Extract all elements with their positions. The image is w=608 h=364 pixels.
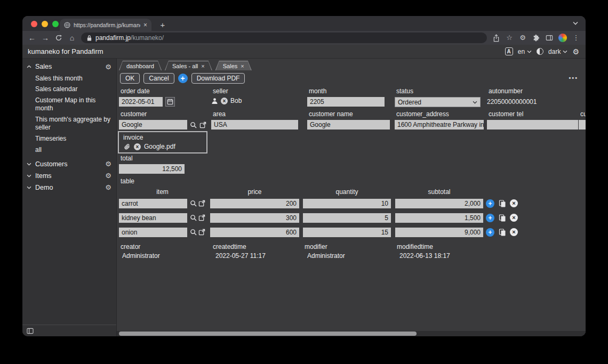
extensions-puzzle-icon[interactable] <box>532 34 540 42</box>
status-select[interactable]: Ordered <box>395 97 481 107</box>
lookup-search-icon[interactable] <box>190 200 197 207</box>
add-record-button[interactable]: + <box>178 74 188 83</box>
copy-row-icon[interactable] <box>499 200 506 207</box>
table-label: table <box>121 177 134 185</box>
add-row-button[interactable]: + <box>486 199 494 208</box>
add-row-button[interactable]: + <box>486 214 494 222</box>
sidebar-section-sales[interactable]: Sales ⚙ <box>22 61 116 72</box>
area-input[interactable]: USA <box>211 120 298 130</box>
price-input[interactable]: 200 <box>210 199 299 208</box>
section-gear-icon[interactable]: ⚙ <box>105 160 111 168</box>
home-icon[interactable]: ⌂ <box>68 34 76 42</box>
tab-close-icon[interactable]: × <box>241 63 244 69</box>
tab-search-chevron-down-icon[interactable] <box>573 18 578 27</box>
lookup-search-icon[interactable] <box>190 214 197 221</box>
address-bar[interactable]: pandafirm.jp/kumaneko/ <box>81 33 487 43</box>
order-date-group: order date 2022-05-01 <box>119 87 175 107</box>
back-icon[interactable]: ← <box>28 34 36 42</box>
quantity-input[interactable]: 5 <box>303 213 391 223</box>
sidebar-section-items[interactable]: Items ⚙ <box>22 170 116 182</box>
section-label: Sales <box>35 63 101 70</box>
price-input[interactable]: 300 <box>210 213 299 223</box>
truncated-column-input[interactable] <box>579 120 586 130</box>
sidebar-item-all[interactable]: all <box>35 144 111 156</box>
theme-select[interactable]: dark <box>548 48 567 55</box>
horizontal-scrollbar-track[interactable] <box>117 331 586 336</box>
share-icon[interactable] <box>492 34 500 42</box>
reload-icon[interactable] <box>54 34 63 42</box>
calendar-icon[interactable] <box>165 97 175 107</box>
browser-tab[interactable]: https://pandafirm.jp/kumaneko × <box>60 19 151 31</box>
subtotal-input[interactable]: 9,000 <box>395 228 483 237</box>
month-input[interactable]: 2205 <box>307 97 385 107</box>
tab-close-icon[interactable]: × <box>201 63 204 69</box>
more-options-button[interactable]: ••• <box>569 75 578 81</box>
macos-zoom-button[interactable] <box>52 21 59 27</box>
delete-row-icon[interactable]: × <box>510 228 518 236</box>
horizontal-scrollbar-thumb[interactable] <box>119 331 417 336</box>
tab-close-icon[interactable]: × <box>143 21 147 29</box>
sidebar-item-customer-map[interactable]: Customer Map in this month <box>35 95 111 114</box>
total-input[interactable]: 12,500 <box>119 164 185 174</box>
delete-row-icon[interactable]: × <box>510 199 518 207</box>
tab-sales-all[interactable]: Sales - all× <box>165 61 212 70</box>
item-input[interactable]: kidney bean <box>119 213 187 223</box>
macos-minimize-button[interactable] <box>42 21 48 27</box>
customer-address-input[interactable]: 1600 Amphitheatre Parkway in <box>395 120 484 130</box>
cancel-button[interactable]: Cancel <box>143 73 174 84</box>
copy-row-icon[interactable] <box>499 214 506 222</box>
lookup-search-icon[interactable] <box>190 122 197 128</box>
open-record-external-link-icon[interactable] <box>198 214 205 221</box>
new-tab-button[interactable]: + <box>158 20 167 29</box>
sidebar-item-sales-this-month[interactable]: Sales this month <box>35 73 111 84</box>
browser-menu-kebab-icon[interactable]: ⋮ <box>572 34 580 42</box>
customer-name-input[interactable]: Google <box>307 120 390 130</box>
ok-button[interactable]: OK <box>120 73 140 84</box>
lookup-search-icon[interactable] <box>190 229 197 236</box>
subtotal-input[interactable]: 1,500 <box>395 213 483 223</box>
subtotal-input[interactable]: 2,000 <box>395 199 483 208</box>
delete-row-icon[interactable]: × <box>510 214 518 222</box>
tab-sales[interactable]: Sales× <box>215 61 252 70</box>
customer-tel-input[interactable] <box>487 120 578 130</box>
copy-row-icon[interactable] <box>499 229 506 236</box>
bookmark-star-icon[interactable]: ☆ <box>505 34 514 42</box>
order-date-input[interactable]: 2022-05-01 <box>119 97 163 107</box>
item-input[interactable]: carrot <box>119 199 187 208</box>
open-record-external-link-icon[interactable] <box>198 200 205 207</box>
section-gear-icon[interactable]: ⚙ <box>105 63 111 71</box>
download-pdf-button[interactable]: Download PDF <box>191 73 245 84</box>
customer-input[interactable]: Google <box>119 120 187 130</box>
sidebar-item-aggregate-by-seller[interactable]: This month's aggregate by seller <box>35 114 111 133</box>
remove-seller-icon[interactable]: × <box>221 98 228 104</box>
profile-avatar[interactable] <box>558 34 567 42</box>
sidebar-toggle-icon[interactable] <box>27 328 34 334</box>
translate-icon[interactable]: A <box>505 47 513 55</box>
sidebar-item-sales-calendar[interactable]: Sales calendar <box>35 84 111 95</box>
macos-close-button[interactable] <box>31 21 37 27</box>
settings-gear-icon[interactable]: ⚙ <box>572 47 579 56</box>
browser-navbar: ← → ⌂ pandafirm.jp/kumaneko/ ☆ ⚙ ⋮ <box>22 31 586 45</box>
sidebar-section-customers[interactable]: Customers ⚙ <box>22 158 116 170</box>
forward-icon[interactable]: → <box>41 34 50 42</box>
open-record-external-link-icon[interactable] <box>198 229 205 236</box>
sidebar-item-timeseries[interactable]: Timeseries <box>35 134 111 145</box>
sidebar-section-demo[interactable]: Demo ⚙ <box>22 182 116 193</box>
site-favicon-icon <box>64 22 70 28</box>
price-input[interactable]: 600 <box>210 228 299 237</box>
language-select[interactable]: en <box>518 48 532 55</box>
quantity-input[interactable]: 15 <box>303 228 391 237</box>
add-row-button[interactable]: + <box>486 228 494 237</box>
attachment-filename[interactable]: Google.pdf <box>144 143 175 150</box>
tab-dashboard[interactable]: dashboard <box>119 61 162 70</box>
remove-attachment-icon[interactable]: × <box>134 143 141 150</box>
open-record-external-link-icon[interactable] <box>199 122 206 128</box>
section-gear-icon[interactable]: ⚙ <box>105 183 111 191</box>
item-input[interactable]: onion <box>119 228 187 237</box>
section-gear-icon[interactable]: ⚙ <box>105 172 111 180</box>
quantity-input[interactable]: 10 <box>303 199 391 208</box>
modifiedtime-value: 2022-06-13 18:17 <box>399 252 450 260</box>
extension-gear-icon[interactable]: ⚙ <box>518 34 527 42</box>
theme-contrast-icon[interactable] <box>537 48 543 55</box>
side-panel-icon[interactable] <box>545 34 554 42</box>
